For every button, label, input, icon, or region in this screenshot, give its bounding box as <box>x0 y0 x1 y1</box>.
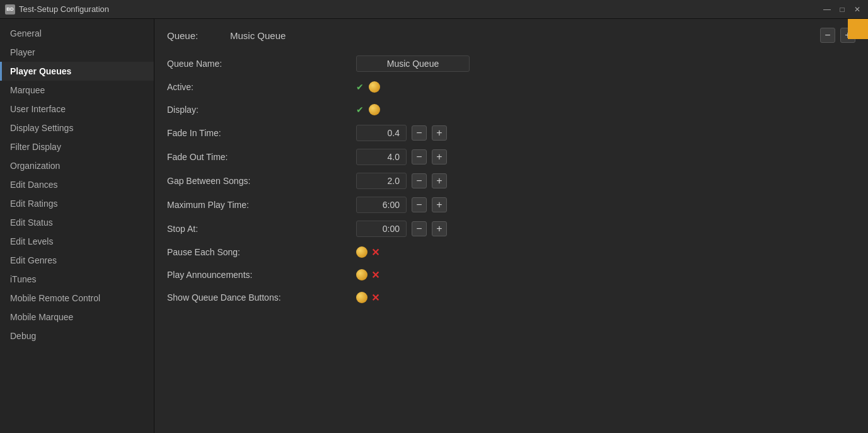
stop-at-display: 0:00 <box>356 221 407 237</box>
maximum-play-time-display: 6:00 <box>356 197 407 213</box>
row-queue-name: Queue Name: Music Queue <box>167 52 855 76</box>
play-announcements-x-icon[interactable]: ✕ <box>371 269 379 281</box>
label-fade-out-time: Fade Out Time: <box>167 152 356 162</box>
titlebar: BD Test-Setup Configuration — □ ✕ <box>0 0 868 19</box>
main-layout: GeneralPlayerPlayer QueuesMarqueeUser In… <box>0 19 868 433</box>
fade-out-plus-button[interactable]: + <box>432 149 447 165</box>
label-display: Display: <box>167 105 356 115</box>
fade-in-time-display: 0.4 <box>356 125 407 141</box>
sidebar-item-edit-ratings[interactable]: Edit Ratings <box>0 194 154 213</box>
sidebar-item-itunes[interactable]: iTunes <box>0 270 154 289</box>
queue-name-display: Music Queue <box>230 30 807 41</box>
row-stop-at: Stop At: 0:00 − + <box>167 217 855 241</box>
row-show-queue-dance-buttons: Show Queue Dance Buttons: ✕ <box>167 286 855 309</box>
sidebar-item-mobile-marquee[interactable]: Mobile Marquee <box>0 308 154 326</box>
fade-out-time-display: 4.0 <box>356 149 407 165</box>
minimize-button[interactable]: — <box>821 4 833 15</box>
sidebar-item-general[interactable]: General <box>0 24 154 43</box>
row-fade-out-time: Fade Out Time: 4.0 − + <box>167 145 855 169</box>
sidebar-item-debug[interactable]: Debug <box>0 326 154 345</box>
sidebar-item-organization[interactable]: Organization <box>0 156 154 175</box>
sidebar-item-marquee[interactable]: Marquee <box>0 81 154 100</box>
label-queue-name: Queue Name: <box>167 59 356 69</box>
sidebar: GeneralPlayerPlayer QueuesMarqueeUser In… <box>0 19 154 433</box>
stop-at-plus-button[interactable]: + <box>432 221 447 236</box>
value-gap-between-songs: 2.0 − + <box>356 173 447 189</box>
display-check-icon: ✔ <box>356 105 364 115</box>
value-play-announcements: ✕ <box>356 269 379 281</box>
row-maximum-play-time: Maximum Play Time: 6:00 − + <box>167 193 855 217</box>
accent-block <box>848 19 868 39</box>
stop-at-minus-button[interactable]: − <box>412 221 427 236</box>
row-active: Active: ✔ <box>167 76 855 98</box>
gap-minus-button[interactable]: − <box>412 173 427 188</box>
sidebar-item-display-settings[interactable]: Display Settings <box>0 118 154 137</box>
content-area: Queue: Music Queue − + Queue Name: Music… <box>154 19 868 433</box>
label-fade-in-time: Fade In Time: <box>167 128 356 138</box>
close-button[interactable]: ✕ <box>852 4 863 15</box>
row-play-announcements: Play Announcements: ✕ <box>167 263 855 286</box>
value-maximum-play-time: 6:00 − + <box>356 197 447 213</box>
value-fade-in-time: 0.4 − + <box>356 125 447 141</box>
app-icon: BD <box>5 4 15 14</box>
label-pause-each-song: Pause Each Song: <box>167 247 356 257</box>
gap-between-songs-display: 2.0 <box>356 173 407 189</box>
value-display: ✔ <box>356 104 380 115</box>
label-maximum-play-time: Maximum Play Time: <box>167 200 356 210</box>
value-fade-out-time: 4.0 − + <box>356 149 447 165</box>
show-queue-dance-buttons-x-icon[interactable]: ✕ <box>371 292 379 304</box>
pause-each-song-x-icon[interactable]: ✕ <box>371 246 379 258</box>
value-pause-each-song: ✕ <box>356 246 379 258</box>
queue-name-input[interactable]: Music Queue <box>356 55 470 72</box>
window-controls: — □ ✕ <box>821 0 863 19</box>
display-dot[interactable] <box>369 104 380 115</box>
value-show-queue-dance-buttons: ✕ <box>356 292 379 304</box>
fade-in-minus-button[interactable]: − <box>412 125 427 141</box>
row-pause-each-song: Pause Each Song: ✕ <box>167 241 855 263</box>
value-queue-name: Music Queue <box>356 55 470 72</box>
label-show-queue-dance-buttons: Show Queue Dance Buttons: <box>167 292 356 303</box>
sidebar-item-edit-levels[interactable]: Edit Levels <box>0 232 154 251</box>
queue-minus-button[interactable]: − <box>820 28 835 43</box>
label-gap-between-songs: Gap Between Songs: <box>167 176 356 186</box>
max-play-plus-button[interactable]: + <box>432 197 447 212</box>
label-stop-at: Stop At: <box>167 224 356 234</box>
sidebar-item-player[interactable]: Player <box>0 43 154 62</box>
show-queue-dance-buttons-dot[interactable] <box>356 292 367 303</box>
sidebar-item-edit-genres[interactable]: Edit Genres <box>0 251 154 270</box>
fade-out-minus-button[interactable]: − <box>412 149 427 165</box>
sidebar-item-edit-status[interactable]: Edit Status <box>0 213 154 232</box>
queue-label: Queue: <box>167 30 217 41</box>
sidebar-item-edit-dances[interactable]: Edit Dances <box>0 175 154 194</box>
max-play-minus-button[interactable]: − <box>412 197 427 212</box>
active-check-icon: ✔ <box>356 82 364 92</box>
maximize-button[interactable]: □ <box>836 4 848 15</box>
sidebar-item-filter-display[interactable]: Filter Display <box>0 137 154 156</box>
row-fade-in-time: Fade In Time: 0.4 − + <box>167 121 855 145</box>
fade-in-plus-button[interactable]: + <box>432 125 447 141</box>
pause-each-song-dot[interactable] <box>356 246 367 258</box>
queue-header: Queue: Music Queue − + <box>154 19 868 52</box>
form-section: Queue Name: Music Queue Active: ✔ Displa… <box>154 52 868 321</box>
label-play-announcements: Play Announcements: <box>167 270 356 280</box>
value-active: ✔ <box>356 81 380 93</box>
active-dot[interactable] <box>369 81 380 93</box>
sidebar-item-player-queues[interactable]: Player Queues <box>0 62 154 81</box>
sidebar-item-mobile-remote-control[interactable]: Mobile Remote Control <box>0 289 154 308</box>
gap-plus-button[interactable]: + <box>432 173 447 188</box>
play-announcements-dot[interactable] <box>356 269 367 280</box>
sidebar-item-user-interface[interactable]: User Interface <box>0 100 154 118</box>
window-title: Test-Setup Configuration <box>19 4 109 14</box>
label-active: Active: <box>167 82 356 92</box>
row-gap-between-songs: Gap Between Songs: 2.0 − + <box>167 169 855 193</box>
row-display: Display: ✔ <box>167 98 855 121</box>
value-stop-at: 0:00 − + <box>356 221 447 237</box>
